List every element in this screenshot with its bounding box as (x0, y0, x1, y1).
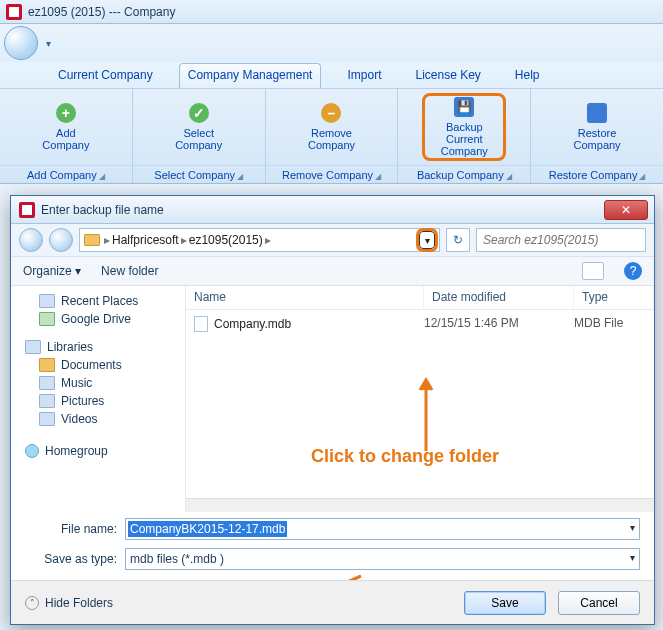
qat-dropdown-icon[interactable]: ▾ (46, 38, 51, 49)
dialog-icon (19, 202, 35, 218)
search-input[interactable] (476, 228, 646, 252)
dialog-fields: File name: CompanyBK2015-12-17.mdb ▾ Sav… (11, 512, 654, 580)
chevron-right-icon[interactable]: ▸ (181, 233, 187, 247)
check-icon (189, 103, 209, 123)
tab-company-management[interactable]: Company Management (179, 63, 322, 88)
remove-company-button[interactable]: RemoveCompany (266, 89, 398, 165)
chevron-down-icon[interactable]: ▾ (630, 522, 635, 533)
chevron-right-icon[interactable]: ▸ (104, 233, 110, 247)
file-name: Company.mdb (214, 317, 291, 331)
help-icon[interactable]: ? (624, 262, 642, 280)
saveas-value: mdb files (*.mdb ) (130, 552, 224, 566)
save-button[interactable]: Save (464, 591, 546, 615)
chevron-up-icon: ˄ (25, 596, 39, 610)
nav-videos[interactable]: Videos (21, 410, 179, 428)
dialog-footer: ˄ Hide Folders Save Cancel (11, 580, 654, 624)
file-row[interactable]: Company.mdb 12/15/15 1:46 PM MDB File (186, 310, 654, 338)
add-company-button[interactable]: AddCompany (0, 89, 132, 165)
breadcrumb-dropdown[interactable]: ▾ (419, 231, 435, 249)
file-list-header: Name Date modified Type (186, 286, 654, 310)
breadcrumb-seg2[interactable]: ez1095(2015) (189, 233, 263, 247)
nav-google-drive[interactable]: Google Drive (21, 310, 179, 328)
file-list-pane: Name Date modified Type Company.mdb 12/1… (186, 286, 654, 512)
breadcrumb[interactable]: ▸ Halfpricesoft ▸ ez1095(2015) ▸ ▾ (79, 228, 440, 252)
chevron-right-icon[interactable]: ▸ (265, 233, 271, 247)
filename-value: CompanyBK2015-12-17.mdb (128, 521, 287, 537)
filename-label: File name: (25, 522, 117, 536)
save-dialog: Enter backup file name ✕ ▸ Halfpricesoft… (10, 195, 655, 625)
nav-documents[interactable]: Documents (21, 356, 179, 374)
horizontal-scrollbar[interactable] (186, 498, 654, 512)
ribbon-caption-backup: Backup Company◢ (398, 165, 530, 183)
chevron-down-icon[interactable]: ▾ (630, 552, 635, 563)
recent-icon (39, 294, 55, 308)
navigation-pane: Recent Places Google Drive Libraries Doc… (11, 286, 186, 512)
dialog-titlebar[interactable]: Enter backup file name ✕ (11, 196, 654, 224)
view-mode-button[interactable] (582, 262, 604, 280)
ribbon-caption-remove: Remove Company◢ (266, 165, 398, 183)
nav-homegroup[interactable]: Homegroup (21, 442, 179, 460)
ribbon-caption-select: Select Company◢ (133, 165, 265, 183)
tab-help[interactable]: Help (507, 64, 548, 88)
annotation-arrow-icon (406, 376, 446, 456)
address-bar-row: ▸ Halfpricesoft ▸ ez1095(2015) ▸ ▾ ↻ (11, 224, 654, 256)
tab-current-company[interactable]: Current Company (50, 64, 161, 88)
file-icon (194, 316, 208, 332)
close-button[interactable]: ✕ (604, 200, 648, 220)
breadcrumb-seg1[interactable]: Halfpricesoft (112, 233, 179, 247)
select-company-button[interactable]: SelectCompany (133, 89, 265, 165)
ribbon-caption-add: Add Company◢ (0, 165, 132, 183)
save-icon (454, 97, 474, 117)
ribbon-tabstrip: Current Company Company Management Impor… (0, 62, 663, 88)
dialog-title-text: Enter backup file name (41, 203, 164, 217)
nav-libraries[interactable]: Libraries (21, 338, 179, 356)
refresh-button[interactable]: ↻ (446, 228, 470, 252)
launcher-icon[interactable]: ◢ (639, 172, 645, 181)
quick-access-row: ▾ (0, 24, 663, 62)
col-name[interactable]: Name (186, 286, 424, 309)
ribbon-group-restore: RestoreCompany Restore Company◢ (531, 89, 663, 183)
pictures-icon (39, 394, 55, 408)
new-folder-button[interactable]: New folder (101, 264, 158, 278)
ribbon-caption-restore: Restore Company◢ (531, 165, 663, 183)
nav-forward-button[interactable] (49, 228, 73, 252)
saveas-label: Save as type: (25, 552, 117, 566)
music-icon (39, 376, 55, 390)
plus-icon (56, 103, 76, 123)
cancel-button[interactable]: Cancel (558, 591, 640, 615)
ribbon-group-select: SelectCompany Select Company◢ (133, 89, 266, 183)
tab-import[interactable]: Import (339, 64, 389, 88)
col-date[interactable]: Date modified (424, 286, 574, 309)
add-company-label1: Add (56, 127, 76, 139)
saveas-select[interactable]: mdb files (*.mdb ) ▾ (125, 548, 640, 570)
app-titlebar: ez1095 (2015) --- Company (0, 0, 663, 24)
tab-license-key[interactable]: License Key (407, 64, 488, 88)
orb-button[interactable] (4, 26, 38, 60)
minus-icon (321, 103, 341, 123)
nav-music[interactable]: Music (21, 374, 179, 392)
dialog-body: Recent Places Google Drive Libraries Doc… (11, 286, 654, 512)
ribbon-group-add: AddCompany Add Company◢ (0, 89, 133, 183)
nav-back-button[interactable] (19, 228, 43, 252)
app-title-text: ez1095 (2015) --- Company (28, 5, 175, 19)
launcher-icon[interactable]: ◢ (237, 172, 243, 181)
launcher-icon[interactable]: ◢ (375, 172, 381, 181)
file-type: MDB File (574, 316, 654, 332)
organize-menu[interactable]: Organize ▾ (23, 264, 81, 278)
app-icon (6, 4, 22, 20)
ribbon: AddCompany Add Company◢ SelectCompany Se… (0, 88, 663, 184)
add-company-label2: Company (42, 139, 89, 151)
folder-icon (39, 358, 55, 372)
drive-icon (39, 312, 55, 326)
launcher-icon[interactable]: ◢ (99, 172, 105, 181)
launcher-icon[interactable]: ◢ (506, 172, 512, 181)
folder-icon (84, 234, 100, 246)
restore-company-button[interactable]: RestoreCompany (531, 89, 663, 165)
nav-recent-places[interactable]: Recent Places (21, 292, 179, 310)
backup-company-button[interactable]: BackupCurrentCompany (422, 93, 506, 161)
hide-folders-button[interactable]: ˄ Hide Folders (25, 596, 113, 610)
dialog-toolbar: Organize ▾ New folder ? (11, 256, 654, 286)
nav-pictures[interactable]: Pictures (21, 392, 179, 410)
filename-input[interactable]: CompanyBK2015-12-17.mdb ▾ (125, 518, 640, 540)
col-type[interactable]: Type (574, 286, 654, 309)
